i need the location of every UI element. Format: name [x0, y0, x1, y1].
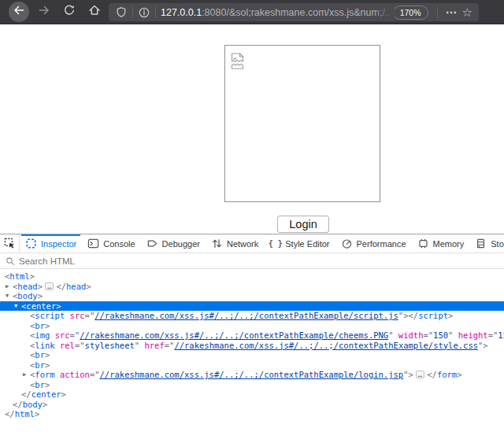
bookmark-star-icon[interactable]: ☆ — [462, 6, 472, 18]
code-token: > — [45, 380, 50, 389]
code-token: =" — [488, 330, 498, 340]
browser-toolbar: 127.0.0.1:8080/&sol;rakeshmane.com/xss.j… — [0, 0, 504, 24]
code-token: > — [45, 350, 50, 360]
expand-arrow-icon[interactable]: ▶ — [6, 282, 9, 292]
inline-expander-badge[interactable]: … — [45, 282, 54, 290]
code-token: </ — [427, 370, 437, 379]
code-token: link — [35, 341, 54, 350]
tab-memory[interactable]: Memory — [412, 234, 470, 253]
code-token: > — [457, 370, 461, 379]
tab-console[interactable]: Console — [82, 234, 140, 253]
tree-row[interactable]: <br> — [0, 360, 504, 371]
code-token: center — [26, 301, 56, 311]
code-token: body — [23, 400, 43, 409]
collapse-arrow-icon[interactable]: ▼ — [14, 301, 17, 312]
tree-row[interactable]: <img src="//rakeshmane.com/xss.js#/..;/.… — [0, 330, 504, 341]
devtools-panel: InspectorConsoleDebuggerNetwork{ }Style … — [0, 234, 504, 439]
forward-icon — [38, 4, 50, 20]
tab-performance[interactable]: Performance — [335, 234, 412, 253]
tree-row[interactable]: </html> — [0, 409, 504, 419]
tree-row[interactable]: <html> — [0, 271, 504, 282]
code-token: </ — [13, 400, 23, 409]
html-tree: <html>▶<head>…</head>▼<body>▼<center><sc… — [0, 269, 504, 419]
search-icon — [6, 256, 15, 266]
tree-row[interactable]: </body> — [0, 400, 504, 410]
shield-icon[interactable] — [115, 6, 128, 19]
tree-row[interactable]: <br> — [0, 350, 504, 360]
code-token: </ — [56, 282, 66, 291]
code-token: > — [448, 311, 453, 320]
code-token: </ — [5, 409, 15, 419]
code-token: action — [60, 370, 90, 379]
tree-row[interactable]: ▼<body> — [0, 291, 504, 301]
url-text-fade — [374, 4, 395, 20]
search-placeholder: Search HTML — [19, 256, 75, 266]
storage-icon — [475, 238, 487, 249]
code-token: html — [9, 271, 29, 281]
code-token: " — [388, 330, 398, 340]
code-token: > — [38, 282, 43, 291]
network-icon — [211, 238, 223, 249]
zoom-level-badge[interactable]: 170% — [393, 6, 428, 20]
code-token: src — [55, 330, 70, 340]
tab-label: Style Editor — [285, 239, 329, 249]
code-token: script — [35, 311, 65, 320]
forward-button[interactable] — [34, 2, 54, 22]
code-token: center — [32, 389, 61, 399]
tab-label: Debugger — [162, 239, 200, 249]
code-token: " — [135, 341, 145, 350]
tab-debugger[interactable]: Debugger — [141, 234, 206, 253]
collapse-arrow-icon[interactable]: ▼ — [6, 291, 9, 301]
expand-arrow-icon[interactable]: ▶ — [23, 370, 26, 380]
reload-button[interactable] — [59, 2, 80, 22]
tab-network[interactable]: Network — [206, 234, 264, 253]
code-token: > — [35, 409, 39, 419]
code-token: href — [144, 341, 164, 350]
url-bar[interactable]: 127.0.0.1:8080/&sol;rakeshmane.com/xss.j… — [109, 3, 479, 21]
info-icon[interactable] — [138, 6, 150, 19]
more-options-icon[interactable] — [445, 6, 458, 19]
code-token: "> — [398, 311, 409, 320]
tab-label: Storage — [491, 239, 504, 249]
code-token: =" — [90, 370, 100, 379]
code-token: > — [56, 301, 61, 311]
code-token: </ — [409, 311, 419, 320]
tab-storage[interactable]: Storage — [469, 234, 504, 253]
tree-row[interactable]: ▶<form action="//rakeshmane.com/xss.js#/… — [0, 370, 504, 380]
inline-expander-badge[interactable]: … — [416, 371, 424, 378]
code-token: > — [38, 291, 43, 301]
code-token: > — [45, 321, 50, 330]
tab-inspector[interactable]: Inspector — [20, 234, 82, 253]
pick-element-icon — [4, 238, 16, 249]
code-token: "> — [478, 341, 488, 350]
code-token: //rakeshmane.com/xss.js#/..;/..;/context… — [80, 330, 388, 340]
url-text[interactable]: 127.0.0.1:8080/&sol;rakeshmane.com/xss.j… — [161, 7, 390, 18]
home-button[interactable] — [84, 2, 105, 22]
tree-row[interactable]: <br> — [0, 321, 504, 331]
tree-row[interactable]: </center> — [0, 389, 504, 400]
tab-style-editor[interactable]: { }Style Editor — [264, 234, 335, 253]
tree-row[interactable]: ▶<head>…</head> — [0, 282, 504, 292]
tree-row[interactable]: <script src="//rakeshmane.com/xss.js#/..… — [0, 311, 504, 321]
tab-label: Console — [103, 239, 135, 249]
code-token: </ — [21, 389, 32, 399]
login-button[interactable]: Login — [277, 216, 329, 233]
code-token: > — [45, 360, 50, 370]
tree-row[interactable]: <br> — [0, 380, 504, 390]
urlbar-divider — [155, 6, 156, 18]
code-token: br — [35, 321, 45, 330]
code-token: =" — [85, 311, 95, 320]
pick-element-button[interactable] — [0, 234, 20, 253]
code-token: stylesheet — [85, 341, 135, 350]
search-html-input[interactable]: Search HTML — [0, 253, 504, 269]
code-token: =" — [75, 341, 85, 350]
code-token: > — [30, 271, 35, 281]
code-token: br — [35, 380, 45, 389]
tab-label: Performance — [357, 239, 406, 249]
devtools-tabs: InspectorConsoleDebuggerNetwork{ }Style … — [0, 234, 504, 253]
code-token: html — [15, 409, 35, 419]
back-button[interactable] — [9, 2, 29, 22]
tree-row[interactable]: ▼<center> — [0, 301, 504, 312]
page-viewport: Login — [0, 24, 504, 234]
tree-row[interactable]: <link rel="stylesheet" href="//rakeshman… — [0, 341, 504, 351]
